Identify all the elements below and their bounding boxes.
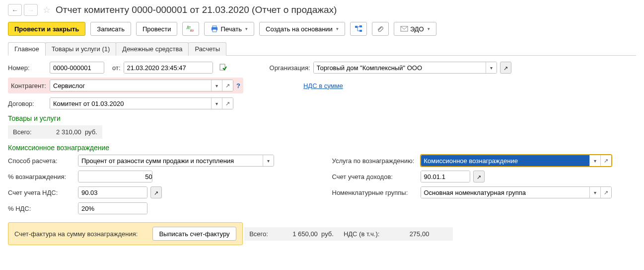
page-title: Отчет комитенту 0000-000001 от 21.03.202… [56, 4, 337, 15]
goods-section-title: Товары и услуги [8, 114, 636, 122]
counterparty-combo[interactable] [50, 80, 233, 91]
chevron-down-icon: ▾ [336, 26, 339, 31]
goods-total-label: Всего: [13, 128, 32, 136]
check-icon[interactable] [219, 63, 227, 73]
post-and-close-button[interactable]: Провести и закрыть [8, 22, 85, 36]
contract-label: Договор: [8, 100, 47, 107]
nomenclature-group-combo[interactable] [421, 186, 612, 198]
goods-total: 2 310,00 [42, 128, 81, 136]
tab-money[interactable]: Денежные средства [116, 42, 189, 56]
number-input[interactable] [50, 62, 104, 74]
chevron-down-icon [215, 101, 218, 106]
contract-dropdown[interactable] [211, 98, 222, 109]
nav-forward-button[interactable]: → [24, 4, 38, 16]
favorite-star-icon[interactable]: ☆ [43, 4, 51, 15]
date-input[interactable] [124, 62, 213, 73]
svg-rect-7 [359, 30, 362, 32]
chevron-down-icon [215, 83, 218, 89]
vat-account-open[interactable] [150, 186, 162, 198]
vat-included-amount: 275,00 [389, 230, 429, 238]
invoice-label: Счет-фактура на сумму вознаграждения: [14, 230, 138, 238]
vat-mode-link[interactable]: НДС в сумме [303, 82, 343, 90]
chevron-down-icon [490, 65, 493, 71]
invoice-box: Счет-фактура на сумму вознаграждения: Вы… [8, 222, 243, 245]
open-icon [225, 83, 230, 89]
org-combo[interactable] [313, 62, 497, 74]
vat-rate-label: % НДС: [8, 205, 75, 212]
goods-summary: Всего: 2 310,00 руб. [8, 125, 102, 139]
attachment-button[interactable] [372, 22, 389, 36]
nomenclature-group-input[interactable] [421, 187, 589, 198]
commission-percent-combo[interactable]: ⊞ [78, 171, 152, 182]
related-button[interactable] [350, 22, 367, 36]
contract-combo[interactable] [50, 97, 233, 109]
print-button[interactable]: Печать ▾ [204, 22, 254, 36]
contract-open[interactable] [222, 98, 233, 109]
income-account-open[interactable] [473, 171, 485, 182]
income-account-combo[interactable] [421, 171, 470, 182]
tab-goods[interactable]: Товары и услуги (1) [45, 42, 117, 56]
nav-back-button[interactable]: ← [8, 4, 22, 16]
open-icon [604, 158, 608, 164]
envelope-icon [400, 25, 408, 33]
number-label: Номер: [8, 64, 47, 72]
paperclip-icon [376, 25, 384, 33]
svg-text:Кт: Кт [190, 29, 194, 32]
commission-service-combo[interactable] [421, 155, 612, 167]
svg-rect-3 [213, 26, 216, 27]
date-combo[interactable] [124, 62, 213, 74]
commission-currency: руб. [321, 230, 334, 238]
save-button[interactable]: Записать [90, 22, 131, 36]
chevron-down-icon [267, 158, 270, 164]
edo-button[interactable]: ЭДО ▾ [394, 22, 436, 36]
counterparty-label: Контрагент: [11, 82, 47, 90]
calc-method-dropdown[interactable] [263, 155, 274, 166]
commission-total: 1 650,00 [278, 230, 318, 238]
help-icon[interactable]: ? [236, 82, 240, 90]
nomenclature-group-dropdown[interactable] [589, 187, 600, 198]
open-icon [604, 189, 608, 196]
counterparty-open[interactable] [222, 80, 233, 91]
open-icon [225, 100, 230, 107]
post-button[interactable]: Провести [136, 22, 178, 36]
commission-percent-input[interactable] [78, 171, 152, 182]
org-open-button[interactable] [500, 62, 511, 74]
chevron-down-icon: ▾ [245, 26, 248, 31]
calc-method-combo[interactable] [78, 155, 274, 167]
commission-service-dropdown[interactable] [589, 155, 600, 166]
open-icon [477, 173, 481, 180]
tab-main[interactable]: Главное [8, 42, 46, 56]
vat-account-combo[interactable] [78, 186, 147, 198]
goods-currency: руб. [85, 128, 97, 136]
vat-rate-combo[interactable] [78, 202, 147, 214]
nomenclature-group-open[interactable] [600, 187, 611, 198]
vat-account-input[interactable] [78, 187, 147, 198]
counterparty-dropdown[interactable] [211, 80, 222, 91]
svg-rect-4 [213, 29, 216, 32]
commission-service-input[interactable] [421, 155, 589, 166]
commission-service-open[interactable] [600, 155, 611, 166]
commission-service-label: Услуга по вознаграждению: [332, 157, 418, 165]
nomenclature-group-label: Номенклатурные группы: [332, 189, 418, 196]
vat-included-label: НДС (в т.ч.): [344, 230, 380, 238]
tab-settlements[interactable]: Расчеты [188, 42, 226, 56]
calc-method-label: Способ расчета: [8, 157, 75, 165]
org-label: Организация: [270, 64, 310, 72]
chevron-down-icon [594, 190, 596, 195]
commission-percent-label: % вознаграждения: [8, 173, 75, 180]
counterparty-input[interactable] [50, 80, 211, 91]
org-input[interactable] [314, 62, 486, 73]
create-invoice-button[interactable]: Выписать счет-фактуру [152, 227, 236, 241]
chevron-down-icon [594, 158, 596, 164]
vat-account-label: Счет учета НДС: [8, 189, 75, 196]
contract-input[interactable] [50, 98, 211, 109]
org-dropdown[interactable] [486, 62, 497, 73]
dtkt-button[interactable]: ДтКт [182, 22, 199, 36]
chevron-down-icon: ▾ [428, 26, 430, 31]
calc-method-input[interactable] [78, 155, 263, 166]
tabs: Главное Товары и услуги (1) Денежные сре… [8, 42, 636, 56]
vat-rate-input[interactable] [78, 203, 147, 214]
income-account-input[interactable] [421, 171, 470, 182]
commission-total-label: Всего: [249, 230, 268, 238]
create-based-on-button[interactable]: Создать на основании ▾ [259, 22, 345, 36]
